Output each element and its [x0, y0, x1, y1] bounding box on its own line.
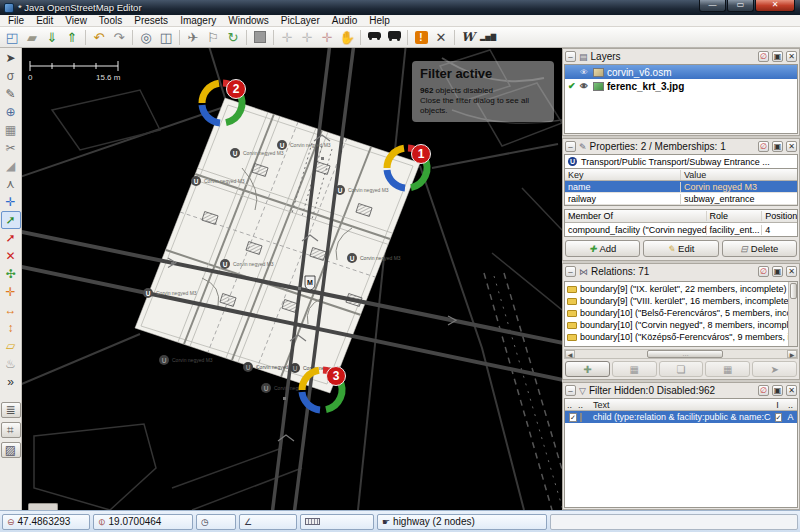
layer-row-image[interactable]: ✔ 👁 ferenc_krt_3.jpg	[565, 79, 797, 93]
bus-icon[interactable]	[384, 28, 404, 47]
maximize-button[interactable]: ▭	[727, 0, 754, 12]
mapstyle-icon[interactable]: ⚐	[203, 28, 223, 47]
hscroll-thumb[interactable]: ⋯	[647, 350, 723, 358]
filter-row[interactable]: child (type:relation & facility:public &…	[565, 411, 797, 423]
unglue-tool-icon[interactable]: ⋏	[1, 175, 21, 193]
wireframe-icon[interactable]: ✈	[183, 28, 203, 47]
scroll-right-arrow[interactable]: ▶	[787, 350, 797, 358]
menu-item[interactable]: Edit	[30, 15, 59, 27]
menu-item[interactable]: Audio	[326, 15, 364, 27]
memberof-column-header[interactable]: Member Of	[565, 211, 707, 221]
pan-icon[interactable]: ✋	[337, 28, 357, 47]
properties-collapse-button[interactable]: –	[565, 141, 576, 152]
hide-checkbox[interactable]	[580, 413, 582, 422]
hide-column-header[interactable]: ..	[578, 400, 591, 410]
piclayer-button[interactable]: ▨	[1, 442, 21, 458]
wiki-icon[interactable]: W	[458, 28, 478, 47]
layers-collapse-button[interactable]: –	[565, 51, 576, 62]
relation-row[interactable]: boundary[10] ("Középső-Ferencváros", 9 m…	[565, 331, 797, 343]
menu-item[interactable]: Presets	[128, 15, 174, 27]
relation-row[interactable]: boundary[10] ("Corvin negyed", 8 members…	[565, 319, 797, 331]
delete-relation-button[interactable]: ▦	[705, 361, 750, 377]
redo-icon[interactable]: ↷	[109, 28, 129, 47]
delete-icon[interactable]: ✕	[431, 28, 451, 47]
scroll-left-arrow[interactable]: ◀	[565, 350, 575, 358]
tag-button[interactable]: ⌗	[1, 422, 21, 438]
stats-icon[interactable]: ▂▅▇	[478, 28, 498, 47]
properties-sticky-button[interactable]: ∅	[758, 141, 769, 152]
pick-mode-icon[interactable]: ✛	[317, 28, 337, 47]
imagery-icon[interactable]	[250, 28, 270, 47]
value-column-header[interactable]: Value	[681, 170, 797, 180]
stretch-h-tool-icon[interactable]: ↔	[1, 301, 21, 319]
menu-item[interactable]: Windows	[222, 15, 275, 27]
lasso-tool-icon[interactable]: σ	[1, 67, 21, 85]
filter-dock-button[interactable]: ▣	[772, 385, 783, 396]
relations-sticky-button[interactable]: ∅	[758, 266, 769, 277]
map-canvas[interactable]: UCorvin negyed M3 UCorvin negyed M3 UCor…	[22, 48, 562, 510]
filter-collapse-button[interactable]: –	[565, 385, 576, 396]
accuracy-tool-icon[interactable]: ◢	[1, 157, 21, 175]
refresh-icon[interactable]: ↻	[223, 28, 243, 47]
menu-item[interactable]: View	[59, 15, 93, 27]
select-relation-button[interactable]: ➤	[752, 361, 797, 377]
car-icon[interactable]	[364, 28, 384, 47]
menu-item[interactable]: PicLayer	[275, 15, 326, 27]
skew-tool-icon[interactable]: ▱	[1, 337, 21, 355]
relations-hscrollbar[interactable]: ◀ ⋯ ▶	[564, 349, 798, 359]
enable-checkbox[interactable]	[569, 413, 577, 422]
position-column-header[interactable]: Position	[762, 211, 797, 221]
menu-item[interactable]: Tools	[93, 15, 128, 27]
spray-tool-icon[interactable]: ♨	[1, 355, 21, 373]
preset-row[interactable]: U Transport/Public Transport/Subway Entr…	[564, 154, 798, 168]
filter-close-button[interactable]: ✕	[786, 385, 797, 396]
validator-warning-icon[interactable]: !	[411, 28, 431, 47]
mode-column-header[interactable]: ..	[784, 400, 797, 410]
relations-collapse-button[interactable]: –	[565, 266, 576, 277]
more-tools-icon[interactable]: »	[1, 373, 21, 391]
select-mode-icon[interactable]: ✛	[277, 28, 297, 47]
visibility-eye-icon[interactable]: 👁	[580, 68, 590, 77]
relations-dock-button[interactable]: ▣	[772, 266, 783, 277]
enable-column-header[interactable]: ..	[565, 400, 578, 410]
stretch-v-tool-icon[interactable]: ↕	[1, 319, 21, 337]
minimize-button[interactable]: —	[699, 0, 726, 12]
select-tool-icon[interactable]: ➤	[1, 49, 21, 67]
rotate-tool-icon[interactable]: ✣	[1, 265, 21, 283]
layer-row-osm[interactable]: 👁 corvin_v6.osm	[565, 65, 797, 79]
filter-sticky-button[interactable]: ∅	[758, 385, 769, 396]
delete-node-tool-icon[interactable]: ✕	[1, 247, 21, 265]
edit-tag-button[interactable]: ✎Edit	[643, 240, 718, 257]
relations-vscrollbar[interactable]	[788, 282, 797, 346]
delete-tool-icon[interactable]: ▦	[1, 121, 21, 139]
move-tool-icon[interactable]: ✛	[1, 193, 21, 211]
relation-row[interactable]: boundary[10] ("Belső-Ferencváros", 5 mem…	[565, 307, 797, 319]
piclayer-image[interactable]	[135, 98, 420, 393]
duplicate-relation-button[interactable]: ❏	[659, 361, 704, 377]
relations-close-button[interactable]: ✕	[786, 266, 797, 277]
layers-sticky-button[interactable]: ∅	[758, 51, 769, 62]
edit-relation-button[interactable]: ▦	[612, 361, 657, 377]
toggle-dialogs-icon[interactable]: ◫	[156, 28, 176, 47]
layers-close-button[interactable]: ✕	[786, 51, 797, 62]
new-icon[interactable]: ◰	[2, 28, 22, 47]
invert-column-header[interactable]: I	[771, 400, 784, 410]
relation-row[interactable]: boundary[9] ("VIII. kerület", 16 members…	[565, 295, 797, 307]
relation-row[interactable]: boundary[9] ("IX. kerület", 22 members, …	[565, 283, 797, 295]
merge-tool-icon[interactable]: ➚	[1, 229, 21, 247]
menu-item[interactable]: File	[2, 15, 30, 27]
properties-close-button[interactable]: ✕	[786, 141, 797, 152]
tag-row[interactable]: railway subway_entrance	[565, 193, 797, 205]
layer-list-button[interactable]: ≣	[1, 402, 21, 418]
draw-tool-icon[interactable]: ✎	[1, 85, 21, 103]
download-icon[interactable]: ⇓	[42, 28, 62, 47]
menu-item[interactable]: Help	[363, 15, 396, 27]
upload-icon[interactable]: ⇑	[62, 28, 82, 47]
preferences-icon[interactable]: ◎	[136, 28, 156, 47]
gap[interactable]	[1, 391, 21, 400]
draw-mode-icon[interactable]: ✛	[297, 28, 317, 47]
zoom-tool-icon[interactable]: ⊕	[1, 103, 21, 121]
role-column-header[interactable]: Role	[707, 211, 763, 221]
add-tag-button[interactable]: ✚Add	[565, 240, 640, 257]
relations-list[interactable]: boundary[9] ("IX. kerület", 22 members, …	[564, 281, 798, 347]
